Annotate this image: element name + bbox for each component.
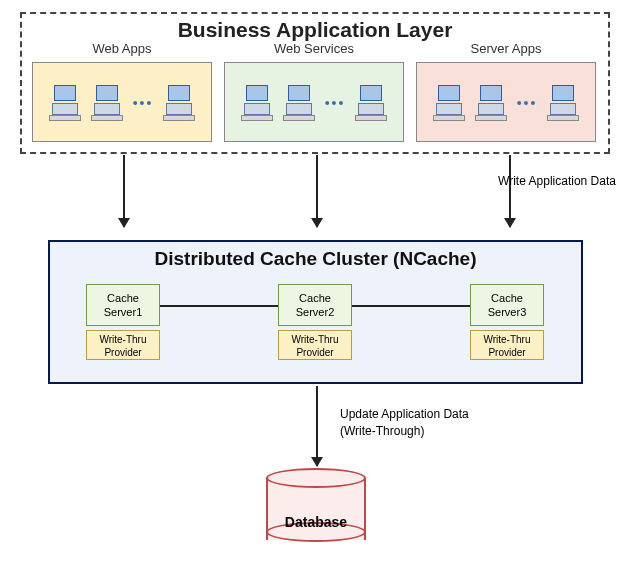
connector-line [352, 305, 470, 307]
server-apps-icons: ••• [417, 73, 595, 133]
pc-icon [355, 85, 387, 121]
database-cylinder: Database [266, 468, 366, 542]
pc-icon [283, 85, 315, 121]
arrow-down-icon [509, 155, 511, 227]
update-app-data-label: Update Application Data (Write-Through) [340, 406, 500, 440]
pc-icon [91, 85, 123, 121]
arrow-down-icon [316, 386, 318, 466]
pc-icon [547, 85, 579, 121]
ellipsis-icon: ••• [133, 95, 154, 111]
cache-server-box: Cache Server1 [86, 284, 160, 326]
arrow-down-icon [316, 155, 318, 227]
pc-icon [163, 85, 195, 121]
web-apps-box: Web Apps ••• [32, 62, 212, 142]
ellipsis-icon: ••• [325, 95, 346, 111]
write-thru-provider-box: Write-Thru Provider [470, 330, 544, 360]
cache-server-box: Cache Server3 [470, 284, 544, 326]
pc-icon [241, 85, 273, 121]
cache-server-box: Cache Server2 [278, 284, 352, 326]
connector-line [160, 305, 278, 307]
web-apps-icons: ••• [33, 73, 211, 133]
ellipsis-icon: ••• [517, 95, 538, 111]
cache-server-1: Cache Server1 Write-Thru Provider [86, 284, 160, 360]
database-label: Database [266, 514, 366, 530]
cache-server-2: Cache Server2 Write-Thru Provider [278, 284, 352, 360]
web-services-label: Web Services [225, 41, 403, 56]
server-apps-box: Server Apps ••• [416, 62, 596, 142]
cache-server-3: Cache Server3 Write-Thru Provider [470, 284, 544, 360]
web-services-box: Web Services ••• [224, 62, 404, 142]
business-layer-title: Business Application Layer [22, 14, 608, 42]
pc-icon [49, 85, 81, 121]
write-thru-provider-box: Write-Thru Provider [86, 330, 160, 360]
pc-icon [433, 85, 465, 121]
server-apps-label: Server Apps [417, 41, 595, 56]
pc-icon [475, 85, 507, 121]
write-thru-provider-box: Write-Thru Provider [278, 330, 352, 360]
web-apps-label: Web Apps [33, 41, 211, 56]
web-services-icons: ••• [225, 73, 403, 133]
cache-cluster-title: Distributed Cache Cluster (NCache) [50, 242, 581, 270]
write-app-data-label: Write Application Data [492, 174, 622, 190]
arrow-down-icon [123, 155, 125, 227]
